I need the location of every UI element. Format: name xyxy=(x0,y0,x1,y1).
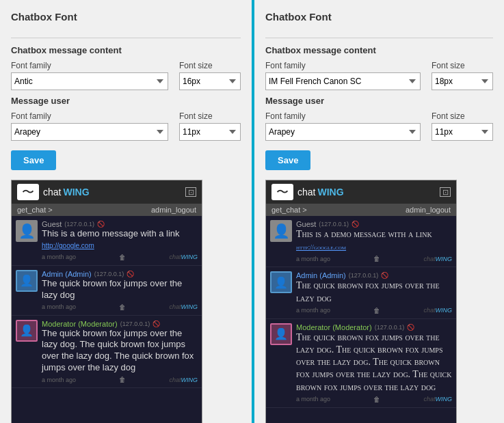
right-expand-button[interactable]: ⊡ xyxy=(440,187,451,197)
right-cw-logo: chatWING xyxy=(297,187,344,197)
left-msg-3-brand: chatWING xyxy=(169,377,198,383)
right-msg-1-username: Guest xyxy=(296,220,316,228)
right-msg-3-username: Moderator (Moderator) xyxy=(296,323,372,331)
left-msg-2-username: Admin (Admin) xyxy=(42,270,92,278)
left-msg-1-content: Guest (127.0.0.1) 🚫 This is a demo messa… xyxy=(42,220,198,261)
right-font-family-group: Font family IM Fell French Canon SC Anti… xyxy=(265,61,421,90)
right-msg-1-block-icon: 🚫 xyxy=(352,221,359,228)
left-toolbar-right: admin_logout xyxy=(151,206,196,214)
right-msg-1-link[interactable]: http://google.com xyxy=(296,243,346,251)
left-brand-wing: WING xyxy=(63,187,89,197)
right-font-size-label: Font size xyxy=(432,61,493,70)
right-msg-1-brand: chatWING xyxy=(423,256,452,262)
right-user-font-family-select[interactable]: Arapey Arial Georgia xyxy=(265,123,421,141)
right-msg-3-content: Moderator (Moderator) (127.0.0.1) 🚫 The … xyxy=(296,323,452,403)
right-cw-messages: 👤 Guest (127.0.0.1) 🚫 This is a demo mes… xyxy=(266,216,456,423)
right-guest-avatar-icon: 👤 xyxy=(273,223,290,239)
left-panel-title: Chatbox Font xyxy=(11,11,241,28)
left-msg-3-footer: a month ago 🗑 chatWING xyxy=(42,376,198,383)
left-avatar-admin: 👤 xyxy=(16,270,38,292)
right-msg-3-block-icon: 🚫 xyxy=(407,324,414,331)
right-panel: Chatbox Font Chatbox message content Fon… xyxy=(252,0,504,423)
right-msg-2-text: The quick brown fox jumps over the lazy … xyxy=(296,279,452,304)
right-msg-1-text: This is a demo message with a link http:… xyxy=(296,228,452,253)
left-msg-1-time: a month ago xyxy=(42,254,76,260)
left-msg-2-ip: (127.0.0.1) xyxy=(94,271,124,277)
right-msg-2-footer: a month ago 🗑 chatWING xyxy=(296,307,452,314)
right-msg-3-footer: a month ago 🗑 chatWING xyxy=(296,396,452,403)
left-toolbar-left: get_chat > xyxy=(17,206,53,214)
left-expand-button[interactable]: ⊡ xyxy=(185,187,196,197)
right-msg-3-brand: chatWING xyxy=(423,396,452,402)
left-msg-3: 👤 Moderator (Moderator) (127.0.0.1) 🚫 Th… xyxy=(12,316,202,389)
left-message-content-fields: Font family Antic Arial Georgia Font siz… xyxy=(11,61,241,90)
mod-avatar-icon: 👤 xyxy=(20,324,34,337)
right-msg-3-user-row: Moderator (Moderator) (127.0.0.1) 🚫 xyxy=(296,323,452,331)
left-msg-1-brand: chatWING xyxy=(169,254,198,260)
left-cw-header: 〜 chatWING ⊡ xyxy=(12,180,202,204)
left-message-content-label: Chatbox message content xyxy=(11,45,241,55)
left-font-family-select[interactable]: Antic Arial Georgia xyxy=(11,72,168,90)
left-msg-2-time: a month ago xyxy=(42,303,76,310)
right-panel-title: Chatbox Font xyxy=(265,11,493,28)
right-msg-3-text: The quick brown fox jumps over the lazy … xyxy=(296,331,452,394)
right-msg-2-content: Admin (Admin) (127.0.0.1) 🚫 The quick br… xyxy=(296,271,452,314)
right-font-size-select[interactable]: 18px 10px 12px 14px 16px 20px xyxy=(432,72,493,90)
left-msg-2-text: The quick brown fox jumps over the lazy … xyxy=(42,278,198,301)
right-user-font-size-label: Font size xyxy=(432,111,493,121)
right-msg-2-delete-icon[interactable]: 🗑 xyxy=(373,307,380,314)
left-user-font-family-label: Font family xyxy=(11,111,168,121)
left-msg-1-ip: (127.0.0.1) xyxy=(64,221,94,228)
right-toolbar-right: admin_logout xyxy=(406,206,451,214)
right-cw-logo-icon: 〜 xyxy=(271,184,293,200)
left-message-user-label: Message user xyxy=(11,96,241,106)
right-msg-1-footer: a month ago 🗑 chatWING xyxy=(296,255,452,262)
left-msg-2-content: Admin (Admin) (127.0.0.1) 🚫 The quick br… xyxy=(42,270,198,311)
left-msg-2-delete-icon[interactable]: 🗑 xyxy=(119,303,126,311)
left-message-user-fields: Font family Arapey Arial Georgia Font si… xyxy=(11,111,241,141)
right-user-font-size-select[interactable]: 11px 9px 10px 12px xyxy=(432,123,493,141)
left-cw-logo-icon: 〜 xyxy=(17,184,39,200)
right-msg-3: 👤 Moderator (Moderator) (127.0.0.1) 🚫 Th… xyxy=(266,319,456,408)
left-user-font-size-select[interactable]: 11px 9px 10px 12px xyxy=(179,123,241,141)
right-save-button[interactable]: Save xyxy=(265,150,310,170)
guest-avatar-icon: 👤 xyxy=(18,223,36,239)
right-msg-1-delete-icon[interactable]: 🗑 xyxy=(373,255,380,262)
right-cw-toolbar: get_chat > admin_logout xyxy=(266,204,456,216)
left-msg-3-user-row: Moderator (Moderator) (127.0.0.1) 🚫 xyxy=(42,320,198,328)
right-font-size-group: Font size 18px 10px 12px 14px 16px 20px xyxy=(432,61,493,90)
right-user-font-family-label: Font family xyxy=(265,111,421,121)
right-brand-chat: chat xyxy=(297,187,315,197)
left-msg-3-delete-icon[interactable]: 🗑 xyxy=(119,376,126,383)
left-msg-1-link[interactable]: http://google.com xyxy=(42,242,94,249)
left-msg-3-block-icon: 🚫 xyxy=(152,320,160,327)
right-mod-avatar-icon: 👤 xyxy=(274,327,288,340)
left-avatar-mod: 👤 xyxy=(16,320,38,342)
left-msg-1-username: Guest xyxy=(42,220,62,228)
left-msg-1-user-row: Guest (127.0.0.1) 🚫 xyxy=(42,220,198,228)
right-msg-2-ip: (127.0.0.1) xyxy=(349,272,379,279)
right-user-font-family-group: Font family Arapey Arial Georgia xyxy=(265,111,421,141)
left-msg-3-username: Moderator (Moderator) xyxy=(42,320,118,328)
right-user-font-size-group: Font size 11px 9px 10px 12px xyxy=(432,111,493,141)
right-msg-1-time: a month ago xyxy=(296,256,330,262)
right-font-family-label: Font family xyxy=(265,61,421,70)
right-msg-2-username: Admin (Admin) xyxy=(296,271,346,279)
right-msg-2-time: a month ago xyxy=(296,307,330,314)
left-font-size-label: Font size xyxy=(179,61,241,70)
left-msg-3-content: Moderator (Moderator) (127.0.0.1) 🚫 The … xyxy=(42,320,198,384)
right-toolbar-left: get_chat > xyxy=(271,206,307,214)
right-admin-avatar-icon: 👤 xyxy=(274,276,288,289)
right-msg-2-block-icon: 🚫 xyxy=(381,272,388,279)
left-mustache-icon: 〜 xyxy=(22,186,34,198)
left-brand-chat: chat xyxy=(43,187,61,197)
left-font-size-select[interactable]: 16px 10px 12px 14px 18px xyxy=(179,72,241,90)
left-msg-1-text: This is a demo message with a link http:… xyxy=(42,228,198,251)
left-user-font-family-select[interactable]: Arapey Arial Georgia xyxy=(11,123,168,141)
right-font-family-select[interactable]: IM Fell French Canon SC Antic Arial Geor… xyxy=(265,72,421,90)
left-save-button[interactable]: Save xyxy=(11,150,56,170)
right-mustache-icon: 〜 xyxy=(276,186,289,198)
left-msg-2: 👤 Admin (Admin) (127.0.0.1) 🚫 The quick … xyxy=(12,266,202,316)
left-msg-1-delete-icon[interactable]: 🗑 xyxy=(119,254,126,261)
right-msg-3-delete-icon[interactable]: 🗑 xyxy=(373,396,380,403)
